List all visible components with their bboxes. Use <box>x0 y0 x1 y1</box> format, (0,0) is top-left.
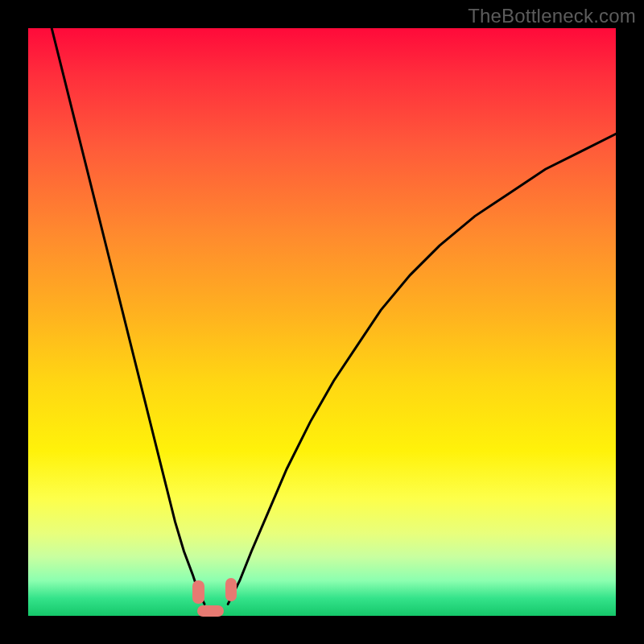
left-marker <box>192 580 204 604</box>
curve-svg <box>28 28 616 616</box>
chart-plot-area <box>28 28 616 616</box>
watermark-text: TheBottleneck.com <box>468 5 636 27</box>
bottom-marker <box>197 605 224 617</box>
left-curve <box>52 28 204 604</box>
right-curve <box>228 134 616 604</box>
right-marker <box>225 578 237 601</box>
chart-frame: TheBottleneck.com <box>0 0 644 644</box>
